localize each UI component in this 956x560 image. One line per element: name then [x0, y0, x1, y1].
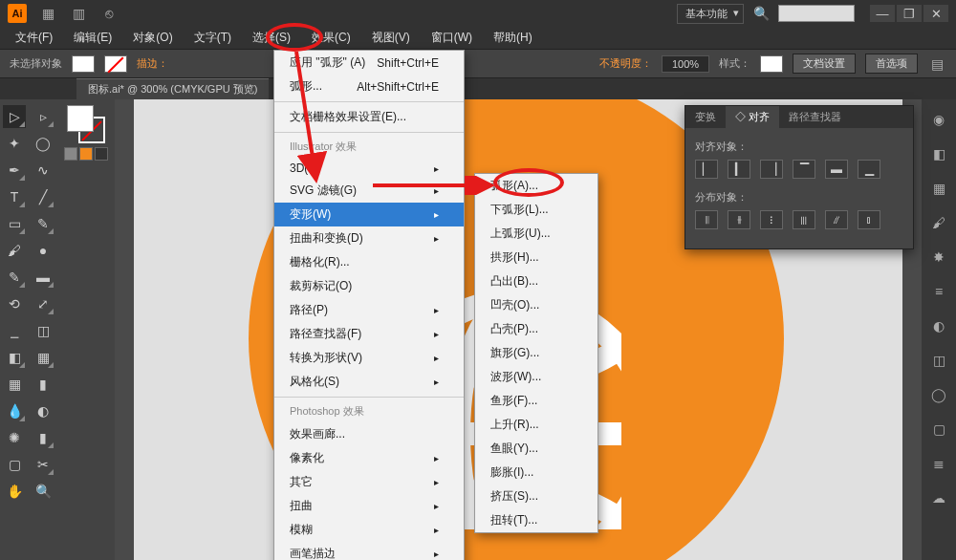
warp-arch[interactable]: 拱形(H)...: [475, 246, 598, 269]
hand-tool[interactable]: ✋: [3, 480, 26, 503]
menu-effect[interactable]: 效果(C): [302, 27, 360, 49]
warp-arc-upper[interactable]: 上弧形(U)...: [475, 222, 598, 246]
transparency-panel-icon[interactable]: ◫: [928, 350, 949, 371]
menu-type[interactable]: 文字(T): [185, 27, 241, 49]
panel-menu-icon[interactable]: ▤: [927, 54, 946, 74]
style-swatch[interactable]: [760, 55, 783, 73]
mesh-tool[interactable]: ▦: [3, 373, 26, 396]
lasso-tool[interactable]: ◯: [32, 132, 54, 155]
eyedropper-tool[interactable]: 💧: [3, 399, 26, 422]
menu-file[interactable]: 文件(F): [6, 27, 62, 49]
menu-help[interactable]: 帮助(H): [484, 27, 542, 49]
free-transform-tool[interactable]: ◫: [32, 319, 54, 342]
effect-stylize-illu[interactable]: 风格化(S): [274, 370, 464, 394]
search-icon[interactable]: 🔍: [751, 4, 771, 23]
brushes-panel-icon[interactable]: 🖌: [928, 212, 949, 233]
curvature-tool[interactable]: ∿: [32, 159, 54, 182]
fill-swatch[interactable]: [72, 55, 95, 73]
align-vcenter[interactable]: ▬: [825, 160, 848, 179]
search-input[interactable]: [778, 5, 855, 22]
gpu-icon[interactable]: ⎋: [99, 4, 119, 23]
last-effect[interactable]: 弧形...Alt+Shift+Ctrl+E: [274, 75, 464, 98]
warp-rise[interactable]: 上升(R)...: [475, 413, 598, 437]
align-tab[interactable]: ◇ 对齐: [726, 106, 779, 128]
blob-brush-tool[interactable]: ●: [32, 239, 54, 262]
bridge-icon[interactable]: ▦: [38, 4, 57, 23]
pathfinder-tab[interactable]: 路径查找器: [779, 106, 851, 128]
align-top[interactable]: ▔: [793, 160, 815, 179]
effect-gallery[interactable]: 效果画廊...: [274, 422, 464, 446]
dist-hcenter[interactable]: ⫽: [825, 210, 848, 229]
warp-flag[interactable]: 旗形(G)...: [475, 341, 598, 365]
paintbrush-tool[interactable]: 🖌: [3, 239, 26, 262]
warp-wave[interactable]: 波形(W)...: [475, 365, 598, 389]
warp-arc[interactable]: 弧形(A)...: [475, 174, 598, 198]
rectangle-tool[interactable]: ▭: [3, 212, 26, 235]
warp-squeeze[interactable]: 挤压(S)...: [475, 485, 598, 508]
effect-svg-filters[interactable]: SVG 滤镜(G): [274, 179, 464, 203]
shape-builder-tool[interactable]: ◧: [3, 346, 26, 369]
workspace-switcher[interactable]: 基本功能: [677, 4, 744, 24]
effect-path[interactable]: 路径(P): [274, 298, 464, 322]
blend-tool[interactable]: ◐: [32, 399, 54, 422]
align-left[interactable]: ▏: [695, 160, 718, 179]
artboard-tool[interactable]: ▢: [3, 453, 26, 476]
dist-vcenter[interactable]: ⫵: [728, 210, 750, 229]
pencil-tool[interactable]: ✎: [3, 266, 26, 289]
effect-distort-transform[interactable]: 扭曲和变换(D): [274, 226, 464, 250]
dist-right[interactable]: ⫾: [858, 210, 880, 229]
warp-fish[interactable]: 鱼形(F)...: [475, 389, 598, 413]
effect-warp[interactable]: 变形(W): [274, 203, 464, 226]
gradient-panel-icon[interactable]: ◐: [928, 315, 949, 336]
magic-wand-tool[interactable]: ✦: [3, 132, 26, 155]
preferences-button[interactable]: 首选项: [865, 54, 918, 74]
color-panel-icon[interactable]: ◉: [928, 109, 949, 130]
zoom-tool[interactable]: 🔍: [32, 480, 54, 503]
menu-window[interactable]: 窗口(W): [422, 27, 482, 49]
align-right[interactable]: ▕: [760, 160, 783, 179]
warp-inflate[interactable]: 膨胀(I)...: [475, 461, 598, 485]
effect-rasterize[interactable]: 栅格化(R)...: [274, 250, 464, 274]
opacity-input[interactable]: [662, 55, 709, 73]
close-button[interactable]: ✕: [923, 5, 948, 22]
width-tool[interactable]: ⎯: [3, 319, 26, 342]
pen-tool[interactable]: ✒: [3, 159, 26, 182]
arrange-icon[interactable]: ▥: [69, 4, 88, 23]
shaper-tool[interactable]: ✎: [32, 212, 54, 235]
menu-object[interactable]: 对象(O): [123, 27, 182, 49]
menu-view[interactable]: 视图(V): [362, 27, 420, 49]
maximize-button[interactable]: ❐: [897, 5, 922, 22]
direct-selection-tool[interactable]: ▹: [32, 105, 54, 128]
effect-brush-strokes[interactable]: 画笔描边: [274, 542, 464, 560]
apply-last-effect[interactable]: 应用 "弧形" (A)Shift+Ctrl+E: [274, 51, 464, 75]
effect-other[interactable]: 其它: [274, 470, 464, 494]
effect-convert-to-shape[interactable]: 转换为形状(V): [274, 346, 464, 370]
warp-shell-upper[interactable]: 凸壳(P)...: [475, 317, 598, 341]
slice-tool[interactable]: ✂: [32, 453, 54, 476]
dist-bottom[interactable]: ⫶: [760, 210, 783, 229]
line-segment-tool[interactable]: ╱: [32, 185, 54, 208]
eraser-tool[interactable]: ▬: [32, 266, 54, 289]
effect-crop-marks[interactable]: 裁剪标记(O): [274, 274, 464, 298]
effect-blur[interactable]: 模糊: [274, 518, 464, 542]
layers-panel-icon[interactable]: ≣: [928, 453, 949, 474]
menu-select[interactable]: 选择(S): [243, 27, 300, 49]
selection-tool[interactable]: ▷: [3, 105, 26, 128]
dist-left[interactable]: ⫼: [793, 210, 815, 229]
document-setup-button[interactable]: 文档设置: [793, 54, 856, 74]
graphic-styles-icon[interactable]: ▢: [928, 419, 949, 440]
document-tab[interactable]: 图标.ai* @ 300% (CMYK/GPU 预览): [76, 78, 269, 99]
gradient-tool[interactable]: ▮: [32, 373, 54, 396]
raster-effect-settings[interactable]: 文档栅格效果设置(E)...: [274, 105, 464, 129]
color-guide-icon[interactable]: ◧: [928, 143, 949, 164]
libraries-panel-icon[interactable]: ☁: [928, 487, 949, 508]
transform-tab[interactable]: 变换: [685, 106, 726, 128]
minimize-button[interactable]: —: [870, 5, 895, 22]
type-tool[interactable]: T: [3, 185, 26, 208]
none-mode[interactable]: [95, 147, 108, 161]
dist-top[interactable]: ⫴: [695, 210, 718, 229]
color-mode[interactable]: [64, 147, 77, 161]
warp-arc-lower[interactable]: 下弧形(L)...: [475, 198, 598, 222]
scale-tool[interactable]: ⤢: [32, 292, 54, 315]
symbols-panel-icon[interactable]: ✸: [928, 247, 949, 268]
